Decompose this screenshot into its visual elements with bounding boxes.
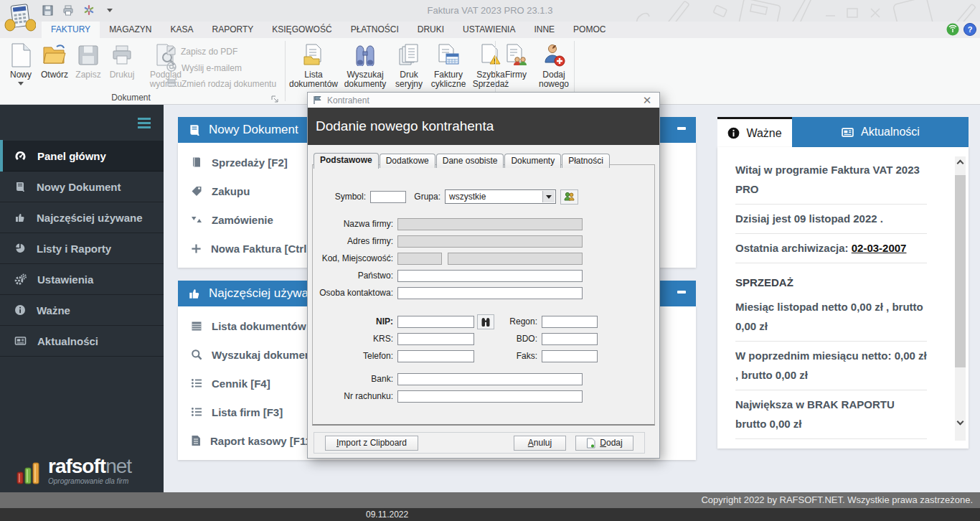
- combo-arrow-icon[interactable]: [542, 191, 555, 202]
- save-icon[interactable]: [42, 4, 53, 16]
- menu-item-label: Lista firm [F3]: [212, 406, 283, 418]
- archive-label: Ostatnia archiwizacja:: [735, 242, 852, 254]
- dialog-window-title: Kontrahent: [327, 95, 369, 105]
- dialog-tab-podstawowe[interactable]: Podstawowe: [314, 153, 379, 169]
- tab-druki[interactable]: DRUKI: [408, 22, 453, 38]
- tab-platnosci[interactable]: PŁATNOŚCI: [341, 22, 408, 38]
- tab-inne[interactable]: INNE: [524, 22, 564, 38]
- sidebar-item-ustawienia[interactable]: Ustawienia: [0, 264, 164, 295]
- brand-tagline: Oprogramowanie dla firm: [48, 477, 131, 485]
- dashboard-icon: [14, 150, 27, 162]
- nazwa-firmy-field[interactable]: [397, 218, 583, 230]
- sidebar-item-najczesciej-uzywane[interactable]: Najczęściej używane: [0, 202, 164, 233]
- save-to-pdf-button[interactable]: Zapisz do PDF: [166, 45, 276, 57]
- save-button[interactable]: Zapisz: [73, 40, 103, 92]
- dialog-tabs: Podstawowe Dodatkowe Dane osobiste Dokum…: [314, 152, 610, 168]
- quick-sale-icon: [479, 40, 502, 70]
- tab-aktualnosci[interactable]: Aktualności: [792, 117, 969, 147]
- symbol-field[interactable]: [370, 191, 406, 203]
- nip-search-button[interactable]: [477, 314, 494, 329]
- menu-item-label: Lista dokumentów [F: [212, 320, 319, 332]
- flag-icon: [313, 95, 322, 105]
- bank-field[interactable]: [397, 373, 583, 385]
- info-icon: [727, 127, 740, 139]
- recurring-invoices-button[interactable]: Faktury cykliczne: [428, 40, 469, 92]
- sidebar-item-label: Nowy Dokument: [37, 181, 121, 193]
- nip-field[interactable]: [397, 316, 474, 328]
- help-icon[interactable]: ?: [963, 23, 976, 39]
- tab-raporty[interactable]: RAPORTY: [202, 22, 263, 38]
- info-line-previous-month: W poprzednim miesiącu netto: 0,00 zł , b…: [735, 342, 927, 390]
- change-doc-type-icon: [166, 78, 176, 90]
- dialog-title-bar: Kontrahent ✕: [308, 93, 659, 108]
- pie-chart-icon: [14, 243, 26, 254]
- tab-pomoc[interactable]: POMOC: [564, 22, 615, 38]
- tab-ustawienia[interactable]: USTAWIENIA: [453, 22, 524, 38]
- dialog-tab-dodatkowe[interactable]: Dodatkowe: [380, 154, 435, 168]
- panel-collapse-button[interactable]: [677, 291, 686, 294]
- kod-field[interactable]: [397, 253, 442, 265]
- sidebar-item-wazne[interactable]: Ważne: [0, 295, 164, 326]
- manage-groups-button[interactable]: [560, 189, 578, 205]
- osoba-kontaktowa-field[interactable]: [397, 287, 583, 299]
- hamburger-icon[interactable]: [138, 118, 151, 131]
- tab-kasa[interactable]: KASA: [161, 22, 202, 38]
- telefon-field[interactable]: [397, 350, 474, 362]
- regon-field[interactable]: [542, 316, 598, 328]
- serial-print-button[interactable]: Druk seryjny: [393, 40, 425, 92]
- panstwo-field[interactable]: [397, 270, 583, 282]
- miejscowosc-field[interactable]: [448, 253, 583, 265]
- nip-label: NIP:: [313, 316, 397, 327]
- tab-faktury[interactable]: FAKTURY: [42, 22, 100, 38]
- sidebar-item-listy-i-raporty[interactable]: Listy i Raporty: [0, 233, 164, 264]
- dialog-tab-dokumenty[interactable]: Dokumenty: [504, 154, 561, 168]
- change-document-type-button[interactable]: Zmień rodzaj dokumentu: [166, 78, 276, 90]
- print-button[interactable]: Drukuj: [107, 40, 137, 92]
- faks-field[interactable]: [542, 350, 598, 362]
- scrollbar-thumb[interactable]: [955, 175, 966, 367]
- menu-item-label: Zamówienie: [212, 214, 273, 226]
- krs-field[interactable]: [397, 333, 474, 345]
- tab-wazne[interactable]: Ważne: [717, 117, 792, 147]
- add-new-person-icon: [542, 40, 565, 70]
- connection-signal-icon[interactable]: [946, 23, 959, 39]
- info-line-largest: Największa w BRAK RAPORTU brutto 0,00 zł: [735, 390, 927, 439]
- search-documents-button[interactable]: Wyszukaj dokumenty: [340, 40, 390, 92]
- dialog-launcher-icon[interactable]: [271, 93, 278, 105]
- nr-rachunku-field[interactable]: [397, 390, 583, 403]
- cancel-button[interactable]: Anuluj: [514, 436, 566, 451]
- import-clipboard-button[interactable]: Import z Clipboard: [325, 436, 418, 451]
- add-new-contractor-button[interactable]: Dodaj nowego: [535, 40, 573, 92]
- adres-firmy-field[interactable]: [397, 235, 583, 248]
- scroll-down-icon[interactable]: [957, 418, 964, 426]
- sidebar-item-aktualnosci[interactable]: Aktualności: [0, 326, 164, 357]
- info-panel-scrollbar[interactable]: [955, 156, 966, 441]
- email-icon: [166, 62, 176, 74]
- bdo-field[interactable]: [542, 333, 598, 345]
- settings-icon[interactable]: [83, 4, 95, 16]
- print-icon[interactable]: [62, 4, 74, 16]
- dialog-tab-platnosci[interactable]: Płatności: [562, 154, 610, 168]
- tab-magazyn[interactable]: MAGAZYN: [100, 22, 161, 38]
- copyright-bar: Copyright 2022 by RAFSOFT.NET. Wszystkie…: [0, 492, 980, 508]
- scroll-up-icon[interactable]: [957, 160, 964, 167]
- sidebar-item-nowy-dokument[interactable]: Nowy Dokument: [0, 172, 164, 202]
- send-email-label: Wyślij e-mailem: [182, 63, 242, 73]
- dialog-tab-dane-osobiste[interactable]: Dane osobiste: [436, 154, 504, 168]
- gears-icon: [14, 273, 27, 286]
- document-list-button[interactable]: Lista dokumentów: [290, 40, 337, 92]
- new-dropdown-caret-icon[interactable]: [18, 82, 24, 88]
- tab-ksiegowosc[interactable]: KSIĘGOWOŚĆ: [263, 22, 341, 38]
- archive-date-link[interactable]: 02-03-2007: [852, 242, 907, 254]
- send-email-button[interactable]: Wyślij e-mailem: [166, 62, 276, 74]
- symbol-label: Symbol:: [313, 192, 370, 202]
- companies-button[interactable]: Firmy: [501, 40, 531, 92]
- panel-collapse-button[interactable]: [677, 127, 686, 130]
- grupa-select[interactable]: wszystkie: [445, 189, 556, 204]
- open-button[interactable]: Otwórz: [39, 40, 70, 92]
- new-document-button[interactable]: Nowy: [6, 40, 36, 92]
- qat-dropdown-caret-icon[interactable]: [104, 4, 116, 16]
- add-button[interactable]: Dodaj: [575, 436, 633, 451]
- close-icon[interactable]: ✕: [640, 94, 654, 107]
- sidebar-item-panel-glowny[interactable]: Panel główny: [0, 141, 164, 172]
